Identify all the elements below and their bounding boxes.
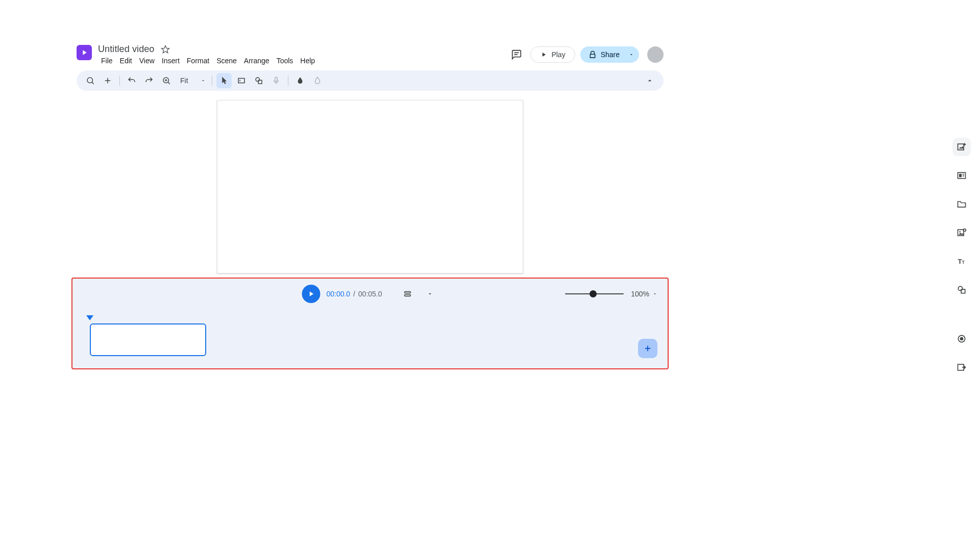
star-icon[interactable]: [160, 44, 170, 55]
avatar[interactable]: [647, 46, 664, 63]
fill-icon[interactable]: [292, 73, 308, 88]
toolbar-separator: [288, 76, 288, 86]
timeline-play-button[interactable]: [302, 285, 320, 303]
timeline-panel: 00:00.0 / 00:05.0 100%: [71, 278, 669, 369]
share-button-group: Share: [580, 46, 639, 63]
rail-shapes-icon[interactable]: [952, 281, 971, 299]
svg-rect-16: [405, 295, 411, 296]
title-block: Untitled video File Edit View Insert For…: [98, 44, 318, 66]
svg-rect-10: [238, 79, 244, 83]
play-label: Play: [551, 51, 565, 59]
timeline-options-dropdown-icon[interactable]: [422, 286, 438, 302]
header-actions: Play Share: [508, 46, 664, 63]
zoom-percent-label: 100%: [631, 290, 649, 298]
menu-view[interactable]: View: [136, 56, 158, 66]
menu-scene[interactable]: Scene: [213, 56, 240, 66]
menu-file[interactable]: File: [98, 56, 116, 66]
timeline-track[interactable]: [86, 315, 657, 361]
rail-export-icon[interactable]: [952, 358, 971, 377]
document-title[interactable]: Untitled video: [98, 44, 154, 55]
pointer-icon[interactable]: [216, 73, 232, 88]
svg-text:T: T: [958, 258, 962, 265]
playhead-marker-icon: [86, 315, 93, 320]
side-rail: TT: [952, 138, 971, 377]
redo-icon[interactable]: [141, 73, 157, 88]
zoom-selector[interactable]: Fit: [176, 74, 208, 87]
share-dropdown-icon[interactable]: [627, 52, 639, 57]
app-window: Untitled video File Edit View Insert For…: [71, 42, 669, 373]
rail-text-icon[interactable]: TT: [952, 252, 971, 270]
time-separator: /: [353, 290, 355, 298]
playhead[interactable]: [90, 315, 93, 320]
svg-point-34: [960, 337, 964, 341]
menu-tools[interactable]: Tools: [274, 56, 297, 66]
share-label: Share: [601, 51, 620, 59]
rail-add-image-icon[interactable]: [952, 138, 971, 156]
svg-rect-15: [405, 292, 411, 293]
collapse-toolbar-icon[interactable]: [642, 73, 657, 88]
toolbar-separator: [119, 76, 120, 86]
search-icon[interactable]: [83, 73, 98, 88]
svg-point-28: [963, 229, 966, 232]
total-time: 00:05.0: [358, 290, 382, 298]
rail-record-icon[interactable]: [952, 330, 971, 348]
zoom-percent-selector[interactable]: 100%: [631, 290, 657, 298]
svg-line-9: [168, 82, 169, 84]
canvas-area: [71, 100, 669, 284]
undo-icon[interactable]: [124, 73, 139, 88]
rail-stock-icon[interactable]: [952, 223, 971, 242]
comments-icon[interactable]: [508, 46, 525, 63]
scene-clip[interactable]: [90, 323, 206, 356]
timeline-options-icon[interactable]: [400, 286, 416, 302]
rail-folder-icon[interactable]: [952, 195, 971, 213]
svg-text:T: T: [962, 260, 965, 265]
add-icon[interactable]: [100, 73, 115, 88]
time-display: 00:00.0 / 00:05.0: [326, 290, 382, 298]
menu-arrange[interactable]: Arrange: [241, 56, 273, 66]
svg-rect-14: [275, 77, 277, 81]
zoom-slider-thumb[interactable]: [590, 290, 597, 297]
play-button[interactable]: Play: [530, 46, 575, 63]
share-button[interactable]: Share: [580, 46, 627, 63]
svg-point-31: [958, 286, 962, 290]
shape-icon[interactable]: [251, 73, 266, 88]
toolbar-separator: [212, 76, 212, 86]
menu-insert[interactable]: Insert: [159, 56, 183, 66]
header: Untitled video File Edit View Insert For…: [71, 42, 669, 67]
svg-point-2: [87, 78, 93, 83]
menu-help[interactable]: Help: [297, 56, 318, 66]
canvas[interactable]: [217, 100, 523, 273]
timeline-zoom-controls: 100%: [565, 290, 657, 298]
menu-edit[interactable]: Edit: [117, 56, 135, 66]
menu-format[interactable]: Format: [184, 56, 212, 66]
add-scene-button[interactable]: [638, 339, 657, 358]
timeline-center-controls: 00:00.0 / 00:05.0: [302, 285, 438, 303]
title-line: Untitled video: [98, 44, 318, 55]
textbox-icon[interactable]: [234, 73, 249, 88]
timeline-controls: 00:00.0 / 00:05.0 100%: [72, 279, 668, 309]
svg-rect-23: [959, 174, 962, 178]
svg-point-12: [256, 78, 260, 82]
menu-bar: File Edit View Insert Format Scene Arran…: [98, 56, 318, 66]
rail-templates-icon[interactable]: [952, 166, 971, 185]
zoom-slider[interactable]: [565, 293, 624, 294]
zoom-in-icon[interactable]: [159, 73, 174, 88]
toolbar: Fit: [77, 70, 664, 91]
mic-icon[interactable]: [268, 73, 284, 88]
svg-point-27: [959, 231, 961, 233]
svg-line-3: [92, 82, 93, 84]
border-color-icon[interactable]: [310, 73, 325, 88]
zoom-mode-label: Fit: [180, 77, 188, 85]
current-time: 00:00.0: [326, 290, 350, 298]
app-logo-icon[interactable]: [77, 45, 92, 60]
